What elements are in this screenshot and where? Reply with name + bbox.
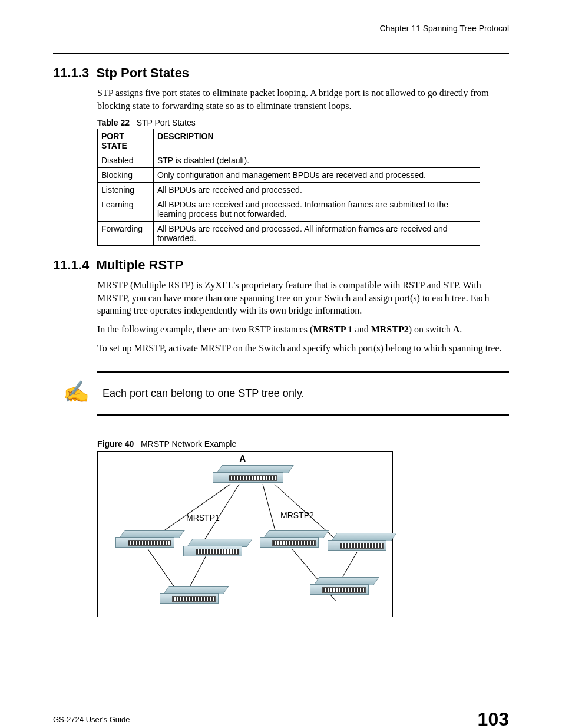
p2-post2: . — [459, 324, 462, 334]
section-number: 11.1.3 — [53, 65, 89, 80]
cell: All BPDUs are received and processed. In… — [153, 197, 480, 222]
cell: All BPDUs are received and processed. — [153, 183, 480, 197]
p2-pre: In the following example, there are two … — [97, 324, 313, 334]
note-rule-bottom — [97, 414, 509, 416]
section-intro-1113: STP assigns five port states to eliminat… — [97, 87, 509, 112]
switch — [328, 540, 386, 558]
table-name: STP Port States — [137, 118, 196, 127]
table-number: Table 22 — [97, 118, 130, 127]
switch — [260, 537, 319, 555]
footer: GS-2724 User's Guide 103 — [53, 706, 509, 728]
switch — [310, 584, 369, 602]
switch — [183, 546, 242, 564]
section-title: Multiple RSTP — [96, 258, 183, 272]
figure-number: Figure 40 — [97, 439, 134, 449]
diagram-label-mrstp1: MRSTP1 — [186, 513, 220, 522]
cell: All BPDUs are received and processed. Al… — [153, 222, 480, 246]
switch — [115, 537, 174, 555]
header-rule — [53, 53, 509, 54]
section-title: Stp Port States — [96, 65, 189, 80]
section2-p3: To set up MRSTP, activate MRSTP on the S… — [97, 342, 509, 355]
figure-caption-40: Figure 40 MRSTP Network Example — [97, 439, 509, 449]
cell: Forwarding — [98, 222, 154, 246]
th-port-state: PORT STATE — [98, 129, 154, 153]
section-heading-1114: 11.1.4 Multiple RSTP — [53, 258, 509, 273]
note-block: ✍ Each port can belong to one STP tree o… — [97, 371, 509, 416]
chapter-header: Chapter 11 Spanning Tree Protocol — [53, 24, 509, 37]
p2-mid: and — [353, 324, 371, 334]
note-icon: ✍ — [63, 380, 90, 404]
note-text: Each port can belong to one STP tree onl… — [103, 387, 305, 400]
th-description: DESCRIPTION — [153, 129, 480, 153]
table-stp-port-states: PORT STATE DESCRIPTION DisabledSTP is di… — [97, 129, 480, 246]
p2-b3: A — [453, 324, 460, 334]
switch-a — [213, 472, 283, 490]
cell: STP is disabled (default). — [153, 153, 480, 168]
table-row: BlockingOnly configuration and managemen… — [98, 168, 480, 183]
section-number: 11.1.4 — [53, 258, 89, 272]
diagram-label-a: A — [239, 454, 246, 465]
p2-post1: ) on switch — [409, 324, 453, 334]
section2-p2: In the following example, there are two … — [97, 323, 509, 336]
cell: Disabled — [98, 153, 154, 168]
table-header-row: PORT STATE DESCRIPTION — [98, 129, 480, 153]
table-row: ForwardingAll BPDUs are received and pro… — [98, 222, 480, 246]
cell: Listening — [98, 183, 154, 197]
p2-b1: MRSTP 1 — [313, 324, 352, 334]
diagram-label-mrstp2: MRSTP2 — [280, 510, 314, 520]
switch — [160, 593, 219, 611]
section-heading-1113: 11.1.3 Stp Port States — [53, 65, 509, 81]
cell: Learning — [98, 197, 154, 222]
p2-b2: MRSTP2 — [371, 324, 409, 334]
page-number: 103 — [478, 709, 509, 728]
figure-mrstp-network: A MRSTP1 MRSTP2 — [97, 451, 393, 617]
table-row: DisabledSTP is disabled (default). — [98, 153, 480, 168]
section2-p1: MRSTP (Multiple RSTP) is ZyXEL's proprie… — [97, 279, 509, 317]
figure-name: MRSTP Network Example — [141, 439, 236, 449]
cell: Only configuration and management BPDUs … — [153, 168, 480, 183]
table-row: ListeningAll BPDUs are received and proc… — [98, 183, 480, 197]
footer-guide-name: GS-2724 User's Guide — [53, 715, 130, 724]
table-caption-22: Table 22 STP Port States — [97, 118, 509, 127]
cell: Blocking — [98, 168, 154, 183]
table-row: LearningAll BPDUs are received and proce… — [98, 197, 480, 222]
